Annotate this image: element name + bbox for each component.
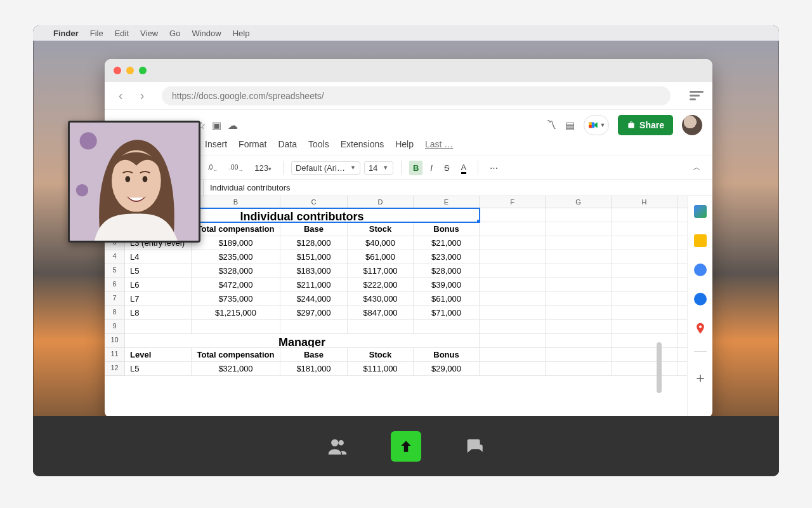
- row-header[interactable]: 6: [105, 278, 125, 292]
- text-color-button[interactable]: A: [457, 160, 471, 176]
- table-cell[interactable]: $222,000: [348, 278, 414, 292]
- empty-cell[interactable]: [546, 362, 612, 376]
- empty-cell[interactable]: [546, 278, 612, 292]
- table-cell[interactable]: $430,000: [348, 292, 414, 306]
- italic-button[interactable]: I: [426, 161, 436, 175]
- table-cell[interactable]: $181,000: [280, 362, 348, 376]
- table-cell[interactable]: $151,000: [280, 250, 348, 264]
- table-cell[interactable]: L5: [125, 264, 192, 278]
- empty-cell[interactable]: [546, 306, 612, 320]
- empty-cell[interactable]: [480, 292, 546, 306]
- mac-app-name[interactable]: Finder: [53, 29, 79, 38]
- row-header[interactable]: 10: [105, 334, 125, 348]
- menu-extensions[interactable]: Extensions: [341, 139, 384, 149]
- table-cell[interactable]: $183,000: [280, 264, 348, 278]
- table-cell[interactable]: L4: [125, 250, 192, 264]
- table-cell[interactable]: $1,215,000: [192, 306, 280, 320]
- empty-cell[interactable]: [546, 236, 612, 250]
- table-cell[interactable]: $29,000: [414, 362, 480, 376]
- empty-cell[interactable]: [678, 320, 687, 334]
- forward-button[interactable]: ›: [135, 88, 149, 103]
- table-cell[interactable]: $735,000: [192, 292, 280, 306]
- more-formats-button[interactable]: 123▾: [251, 161, 275, 175]
- window-minimize-icon[interactable]: [126, 67, 134, 74]
- table-header-cell[interactable]: Base: [280, 222, 348, 236]
- row-header[interactable]: 12: [105, 362, 125, 376]
- table-cell[interactable]: [280, 320, 348, 334]
- empty-cell[interactable]: [678, 348, 687, 362]
- row-header[interactable]: 7: [105, 292, 125, 306]
- table-cell[interactable]: L6: [125, 278, 192, 292]
- browser-menu-icon[interactable]: [690, 91, 704, 100]
- more-toolbar-button[interactable]: ⋯: [486, 161, 502, 175]
- column-header[interactable]: E: [414, 196, 480, 208]
- meet-button[interactable]: ▼: [584, 115, 609, 135]
- table-header-cell[interactable]: Stock: [348, 348, 414, 362]
- table-cell[interactable]: $328,000: [192, 264, 280, 278]
- menu-data[interactable]: Data: [278, 139, 297, 149]
- decrease-decimal-button[interactable]: .0←: [204, 159, 221, 176]
- empty-cell[interactable]: [546, 348, 612, 362]
- table-cell[interactable]: L5: [125, 362, 192, 376]
- table-cell[interactable]: $128,000: [280, 236, 348, 250]
- window-close-icon[interactable]: [114, 67, 121, 74]
- empty-cell[interactable]: [480, 278, 546, 292]
- move-folder-icon[interactable]: ▣: [212, 119, 221, 131]
- empty-cell[interactable]: [612, 278, 678, 292]
- empty-cell[interactable]: [612, 362, 678, 376]
- table-cell[interactable]: $61,000: [348, 250, 414, 264]
- account-avatar[interactable]: [682, 115, 702, 135]
- mac-menu-view[interactable]: View: [140, 29, 158, 38]
- empty-cell[interactable]: [612, 320, 678, 334]
- table-header-cell[interactable]: Base: [280, 348, 348, 362]
- table-header-cell[interactable]: Level: [125, 348, 192, 362]
- empty-cell[interactable]: [480, 362, 546, 376]
- comments-icon[interactable]: ▤: [565, 119, 575, 131]
- table-header-cell[interactable]: Bonus: [414, 222, 480, 236]
- empty-cell[interactable]: [480, 208, 546, 222]
- empty-cell[interactable]: [480, 348, 546, 362]
- font-size-dropdown[interactable]: 14▼: [364, 161, 393, 175]
- table-cell[interactable]: [192, 320, 280, 334]
- mac-menu-file[interactable]: File: [90, 29, 103, 38]
- empty-cell[interactable]: [612, 236, 678, 250]
- row-header[interactable]: 9: [105, 320, 125, 334]
- last-edit-link[interactable]: Last …: [425, 139, 453, 149]
- collapse-toolbar-icon[interactable]: ︿: [689, 159, 705, 176]
- empty-cell[interactable]: [678, 264, 687, 278]
- add-addon-button[interactable]: ＋: [693, 368, 707, 387]
- empty-cell[interactable]: [612, 306, 678, 320]
- window-titlebar[interactable]: [105, 59, 712, 82]
- table-cell[interactable]: [348, 320, 414, 334]
- menu-tools[interactable]: Tools: [308, 139, 329, 149]
- table-cell[interactable]: $61,000: [414, 292, 480, 306]
- participants-button[interactable]: [322, 431, 353, 462]
- empty-cell[interactable]: [612, 292, 678, 306]
- empty-cell[interactable]: [480, 250, 546, 264]
- strikethrough-button[interactable]: S: [440, 161, 454, 175]
- calendar-icon[interactable]: [694, 205, 707, 218]
- row-header[interactable]: 5: [105, 264, 125, 278]
- empty-cell[interactable]: [546, 320, 612, 334]
- table-cell[interactable]: $235,000: [192, 250, 280, 264]
- table-cell[interactable]: L8: [125, 306, 192, 320]
- window-zoom-icon[interactable]: [139, 67, 147, 74]
- empty-cell[interactable]: [546, 292, 612, 306]
- empty-cell[interactable]: [480, 306, 546, 320]
- column-header[interactable]: F: [480, 196, 546, 208]
- column-header[interactable]: C: [280, 196, 348, 208]
- table-header-cell[interactable]: Total compensation: [192, 348, 280, 362]
- trend-icon[interactable]: 〽: [546, 119, 556, 131]
- empty-cell[interactable]: [546, 264, 612, 278]
- mac-menu-help[interactable]: Help: [233, 29, 250, 38]
- table-cell[interactable]: [125, 320, 192, 334]
- table-cell[interactable]: $21,000: [414, 236, 480, 250]
- table-cell[interactable]: $39,000: [414, 278, 480, 292]
- empty-cell[interactable]: [480, 222, 546, 236]
- section-title-cell[interactable]: Manager: [125, 334, 480, 348]
- menu-help[interactable]: Help: [395, 139, 414, 149]
- empty-cell[interactable]: [480, 334, 546, 348]
- row-header[interactable]: 8: [105, 306, 125, 320]
- mac-menu-edit[interactable]: Edit: [115, 29, 129, 38]
- empty-cell[interactable]: [480, 320, 546, 334]
